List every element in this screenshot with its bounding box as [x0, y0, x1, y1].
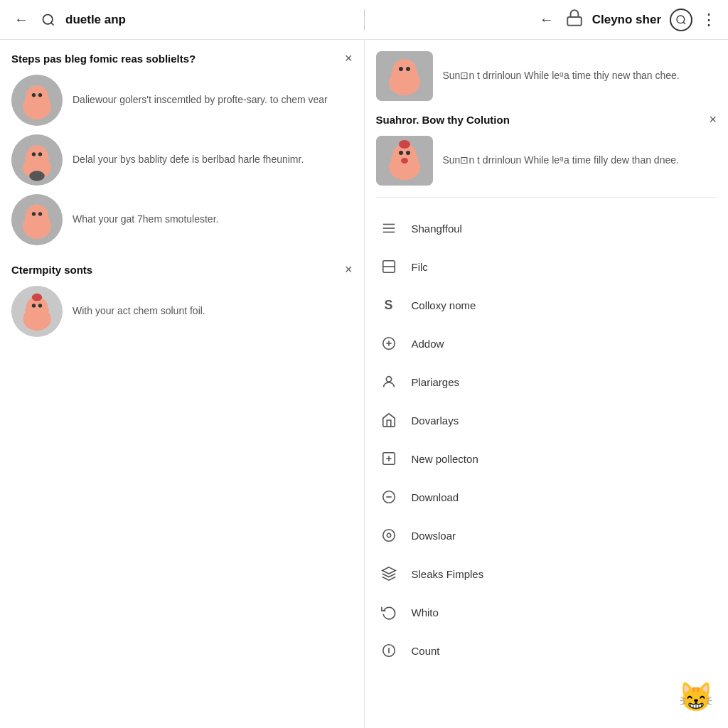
section1-list: Daliewour golers't inscemtled by profte-…: [11, 75, 353, 245]
emoji-avatar[interactable]: 😸: [678, 680, 714, 714]
svg-point-0: [43, 14, 53, 23]
thumb-circle-3: [11, 194, 63, 245]
right-section-close-button[interactable]: ×: [709, 112, 717, 127]
svg-point-50: [410, 155, 418, 162]
menu-label-dowsloar: Dowsloar: [412, 530, 456, 542]
svg-point-47: [406, 151, 410, 155]
menu-label-plariarges: Plariarges: [412, 376, 460, 388]
menu-label-colloxy: Colloxy nome: [412, 299, 476, 311]
svg-point-16: [38, 152, 42, 156]
right-thumb-rect-2: [376, 136, 433, 186]
svg-point-65: [382, 530, 395, 542]
whito-icon: [379, 602, 399, 622]
item1-text: Daliewour golers't inscemtled by profte-…: [73, 93, 328, 107]
menu-label-dovarlays: Dovarlays: [412, 414, 459, 427]
svg-point-9: [38, 93, 42, 97]
svg-point-3: [677, 16, 685, 23]
search-query-text: duetle anp: [65, 13, 126, 27]
svg-point-32: [32, 294, 42, 301]
section2-item1-text: With your act chem solunt foil.: [73, 304, 205, 318]
svg-point-18: [25, 156, 33, 162]
list-item: What your gat 7hem smotulester.: [11, 194, 353, 245]
main-content: Steps pas bleg fomic reas soblielts? ×: [0, 40, 728, 728]
svg-point-34: [41, 307, 49, 314]
svg-point-39: [406, 67, 410, 71]
menu-label-whito: Whito: [412, 606, 439, 619]
menu-item-sleaks[interactable]: Sleaks Fimples: [376, 555, 717, 593]
search-button-right[interactable]: [670, 9, 692, 31]
svg-point-23: [32, 212, 36, 215]
menu-label-download: Download: [412, 491, 459, 503]
menu-item-count[interactable]: Count: [376, 631, 717, 670]
svg-rect-2: [567, 16, 582, 25]
menu-item-shangffoul[interactable]: Shangffoul: [376, 209, 717, 247]
top-bar-right: ← Cleyno sher ⋮: [372, 9, 717, 31]
svg-point-11: [41, 96, 50, 102]
menu-label-addow: Addow: [412, 338, 444, 350]
search-icon-left: [38, 10, 58, 30]
item3-text: What your gat 7hem smotulester.: [73, 213, 218, 227]
new-collection-icon: [379, 449, 399, 469]
menu-label-filc: Filc: [412, 261, 428, 273]
section1-close-button[interactable]: ×: [345, 51, 353, 66]
right-section-header: Suahror. Bow thy Colution ×: [376, 112, 717, 127]
back-button-right[interactable]: ←: [537, 9, 557, 31]
svg-point-30: [32, 304, 36, 307]
top-bar-divider: [364, 9, 365, 31]
thumb-circle-4: [11, 286, 63, 337]
svg-point-17: [29, 171, 45, 181]
svg-line-1: [51, 22, 54, 25]
brand-title: Cleyno sher: [592, 13, 661, 27]
menu-item-download[interactable]: Download: [376, 478, 717, 516]
menu-item-colloxy[interactable]: S Colloxy nome: [376, 286, 717, 324]
svg-point-59: [386, 377, 391, 382]
thumb-circle-1: [11, 75, 63, 126]
back-button-left[interactable]: ←: [11, 9, 31, 31]
menu-item-filc[interactable]: Filc: [376, 247, 717, 286]
menu-item-dovarlays[interactable]: Dovarlays: [376, 401, 717, 439]
menu-label-count: Count: [412, 645, 440, 657]
svg-point-66: [387, 533, 391, 537]
right-item1-text: Sun⊡n t drrinloun While leᵍa time thiy n…: [443, 69, 680, 83]
menu-item-addow[interactable]: Addow: [376, 324, 717, 363]
menu-label-sleaks: Sleaks Fimples: [412, 568, 484, 580]
list-item: Delal your bys bablity defe is berlbad h…: [11, 134, 353, 186]
svg-point-38: [399, 67, 403, 71]
add-circle-icon: [379, 333, 399, 353]
menu-list: Shangffoul Filc S Colloxy nome: [376, 209, 717, 670]
item2-text: Delal your bys bablity defe is berlbad h…: [73, 153, 304, 167]
right-item2-text: Sun⊡n t drrinloun While leᵍa time filly …: [443, 154, 679, 168]
section2-title: Ctermpity sonts: [11, 264, 92, 276]
right-top-item2: Sun⊡n t drrinloun While leᵍa time filly …: [376, 136, 717, 186]
svg-point-8: [32, 93, 36, 97]
svg-point-19: [41, 156, 49, 162]
svg-point-41: [410, 70, 418, 77]
top-bar: ← duetle anp ← Cleyno sher ⋮: [0, 0, 728, 40]
download-icon: [379, 487, 399, 507]
svg-point-24: [38, 212, 42, 215]
svg-point-10: [25, 96, 34, 102]
menu-divider: [376, 197, 717, 198]
section2-list: With your act chem solunt foil.: [11, 286, 353, 337]
svg-point-25: [25, 215, 33, 222]
more-options-button[interactable]: ⋮: [701, 11, 717, 29]
svg-point-45: [401, 158, 408, 164]
s-icon: S: [379, 295, 399, 315]
right-panel: Sun⊡n t drrinloun While leᵍa time thiy n…: [365, 40, 729, 728]
svg-point-15: [32, 152, 36, 156]
svg-point-33: [25, 307, 33, 314]
count-icon: [379, 641, 399, 660]
svg-point-46: [399, 151, 403, 155]
menu-item-new-pollecton[interactable]: New pollecton: [376, 439, 717, 478]
thumb-circle-2: [11, 134, 63, 186]
section1-header: Steps pas bleg fomic reas soblielts? ×: [11, 51, 353, 66]
section2-close-button[interactable]: ×: [345, 262, 353, 277]
menu-label-shangffoul: Shangffoul: [412, 223, 462, 235]
right-thumb-rect-1: [376, 51, 433, 101]
section2-header: Ctermpity sonts ×: [11, 262, 353, 277]
menu-item-dowsloar[interactable]: Dowsloar: [376, 516, 717, 555]
menu-item-plariarges[interactable]: Plariarges: [376, 363, 717, 401]
top-bar-left: ← duetle anp: [11, 9, 357, 31]
menu-item-whito[interactable]: Whito: [376, 593, 717, 631]
file-icon: [379, 257, 399, 277]
